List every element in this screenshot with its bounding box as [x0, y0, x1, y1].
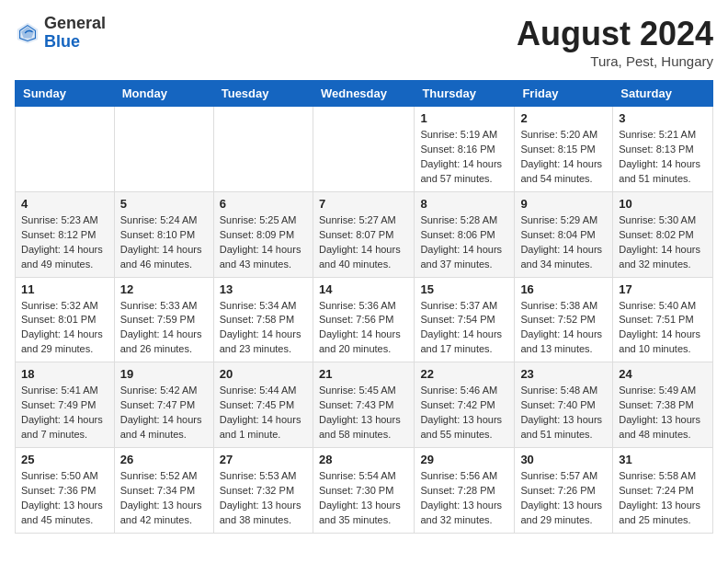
page-header: General Blue August 2024 Tura, Pest, Hun… [15, 15, 713, 69]
day-info: Sunrise: 5:19 AM Sunset: 8:16 PM Dayligh… [420, 128, 508, 187]
day-info: Sunrise: 5:56 AM Sunset: 7:28 PM Dayligh… [420, 469, 508, 528]
calendar-week-row: 11Sunrise: 5:32 AM Sunset: 8:01 PM Dayli… [16, 277, 713, 362]
calendar-week-row: 25Sunrise: 5:50 AM Sunset: 7:36 PM Dayli… [16, 448, 713, 534]
day-header-tuesday: Tuesday [213, 81, 313, 107]
day-number: 26 [120, 453, 208, 466]
day-number: 2 [520, 111, 607, 125]
day-header-friday: Friday [515, 81, 613, 107]
logo-icon [15, 20, 40, 46]
calendar-cell: 26Sunrise: 5:52 AM Sunset: 7:34 PM Dayli… [114, 448, 213, 534]
day-number: 15 [420, 282, 508, 296]
day-number: 29 [420, 453, 508, 466]
day-number: 5 [120, 197, 208, 211]
calendar-header-row: SundayMondayTuesdayWednesdayThursdayFrid… [16, 81, 713, 107]
day-number: 12 [120, 282, 208, 296]
calendar-week-row: 4Sunrise: 5:23 AM Sunset: 8:12 PM Daylig… [16, 191, 713, 277]
calendar-cell [313, 107, 414, 192]
calendar-cell [213, 107, 313, 192]
day-info: Sunrise: 5:34 AM Sunset: 7:58 PM Dayligh… [220, 299, 307, 358]
day-info: Sunrise: 5:33 AM Sunset: 7:59 PM Dayligh… [120, 299, 208, 358]
day-number: 22 [420, 367, 508, 381]
day-number: 28 [319, 453, 408, 466]
calendar-cell [16, 107, 115, 192]
logo-blue: Blue [44, 33, 106, 52]
day-info: Sunrise: 5:29 AM Sunset: 8:04 PM Dayligh… [520, 213, 607, 272]
calendar-cell: 11Sunrise: 5:32 AM Sunset: 8:01 PM Dayli… [16, 277, 115, 362]
calendar-cell: 9Sunrise: 5:29 AM Sunset: 8:04 PM Daylig… [515, 191, 613, 277]
calendar-cell [114, 107, 213, 192]
day-info: Sunrise: 5:20 AM Sunset: 8:15 PM Dayligh… [520, 128, 607, 187]
day-number: 18 [21, 367, 108, 381]
day-info: Sunrise: 5:52 AM Sunset: 7:34 PM Dayligh… [120, 469, 208, 528]
day-info: Sunrise: 5:25 AM Sunset: 8:09 PM Dayligh… [220, 213, 307, 272]
day-number: 19 [120, 367, 208, 381]
day-number: 11 [21, 282, 108, 296]
calendar-cell: 16Sunrise: 5:38 AM Sunset: 7:52 PM Dayli… [515, 277, 613, 362]
day-info: Sunrise: 5:46 AM Sunset: 7:42 PM Dayligh… [420, 384, 508, 442]
day-number: 3 [619, 111, 707, 125]
calendar-cell: 30Sunrise: 5:57 AM Sunset: 7:26 PM Dayli… [515, 448, 613, 534]
logo-general: General [44, 15, 106, 33]
calendar-cell: 4Sunrise: 5:23 AM Sunset: 8:12 PM Daylig… [16, 191, 115, 277]
day-info: Sunrise: 5:44 AM Sunset: 7:45 PM Dayligh… [220, 384, 307, 442]
calendar-cell: 23Sunrise: 5:48 AM Sunset: 7:40 PM Dayli… [515, 362, 613, 448]
calendar-cell: 22Sunrise: 5:46 AM Sunset: 7:42 PM Dayli… [415, 362, 515, 448]
calendar-cell: 28Sunrise: 5:54 AM Sunset: 7:30 PM Dayli… [313, 448, 414, 534]
day-number: 30 [520, 453, 607, 466]
month-year: August 2024 [517, 15, 713, 53]
calendar-cell: 10Sunrise: 5:30 AM Sunset: 8:02 PM Dayli… [613, 191, 713, 277]
day-info: Sunrise: 5:57 AM Sunset: 7:26 PM Dayligh… [520, 469, 607, 528]
day-info: Sunrise: 5:54 AM Sunset: 7:30 PM Dayligh… [319, 469, 408, 528]
calendar-cell: 13Sunrise: 5:34 AM Sunset: 7:58 PM Dayli… [213, 277, 313, 362]
calendar-cell: 12Sunrise: 5:33 AM Sunset: 7:59 PM Dayli… [114, 277, 213, 362]
calendar-cell: 29Sunrise: 5:56 AM Sunset: 7:28 PM Dayli… [415, 448, 515, 534]
day-number: 10 [619, 197, 707, 211]
calendar-cell: 6Sunrise: 5:25 AM Sunset: 8:09 PM Daylig… [213, 191, 313, 277]
day-info: Sunrise: 5:24 AM Sunset: 8:10 PM Dayligh… [120, 213, 208, 272]
day-info: Sunrise: 5:49 AM Sunset: 7:38 PM Dayligh… [619, 384, 707, 442]
location: Tura, Pest, Hungary [517, 53, 713, 69]
calendar-cell: 8Sunrise: 5:28 AM Sunset: 8:06 PM Daylig… [415, 191, 515, 277]
day-info: Sunrise: 5:36 AM Sunset: 7:56 PM Dayligh… [319, 299, 408, 358]
logo-text: General Blue [44, 15, 106, 52]
day-header-monday: Monday [114, 81, 213, 107]
calendar-cell: 31Sunrise: 5:58 AM Sunset: 7:24 PM Dayli… [613, 448, 713, 534]
day-number: 6 [220, 197, 307, 211]
logo: General Blue [15, 15, 106, 52]
day-number: 9 [520, 197, 607, 211]
day-info: Sunrise: 5:38 AM Sunset: 7:52 PM Dayligh… [520, 299, 607, 358]
day-number: 1 [420, 111, 508, 125]
calendar-cell: 18Sunrise: 5:41 AM Sunset: 7:49 PM Dayli… [16, 362, 115, 448]
day-info: Sunrise: 5:23 AM Sunset: 8:12 PM Dayligh… [21, 213, 108, 272]
calendar-cell: 21Sunrise: 5:45 AM Sunset: 7:43 PM Dayli… [313, 362, 414, 448]
day-header-thursday: Thursday [415, 81, 515, 107]
calendar-cell: 15Sunrise: 5:37 AM Sunset: 7:54 PM Dayli… [415, 277, 515, 362]
day-number: 21 [319, 367, 408, 381]
day-number: 7 [319, 197, 408, 211]
day-number: 13 [220, 282, 307, 296]
day-info: Sunrise: 5:30 AM Sunset: 8:02 PM Dayligh… [619, 213, 707, 272]
day-info: Sunrise: 5:45 AM Sunset: 7:43 PM Dayligh… [319, 384, 408, 442]
calendar-cell: 27Sunrise: 5:53 AM Sunset: 7:32 PM Dayli… [213, 448, 313, 534]
calendar-cell: 3Sunrise: 5:21 AM Sunset: 8:13 PM Daylig… [613, 107, 713, 192]
calendar-cell: 2Sunrise: 5:20 AM Sunset: 8:15 PM Daylig… [515, 107, 613, 192]
day-header-saturday: Saturday [613, 81, 713, 107]
day-number: 14 [319, 282, 408, 296]
day-info: Sunrise: 5:42 AM Sunset: 7:47 PM Dayligh… [120, 384, 208, 442]
calendar-cell: 14Sunrise: 5:36 AM Sunset: 7:56 PM Dayli… [313, 277, 414, 362]
day-number: 27 [220, 453, 307, 466]
calendar-cell: 19Sunrise: 5:42 AM Sunset: 7:47 PM Dayli… [114, 362, 213, 448]
day-number: 4 [21, 197, 108, 211]
day-number: 25 [21, 453, 108, 466]
day-number: 8 [420, 197, 508, 211]
day-header-wednesday: Wednesday [313, 81, 414, 107]
calendar-cell: 1Sunrise: 5:19 AM Sunset: 8:16 PM Daylig… [415, 107, 515, 192]
day-info: Sunrise: 5:32 AM Sunset: 8:01 PM Dayligh… [21, 299, 108, 358]
day-info: Sunrise: 5:58 AM Sunset: 7:24 PM Dayligh… [619, 469, 707, 528]
day-number: 24 [619, 367, 707, 381]
day-info: Sunrise: 5:53 AM Sunset: 7:32 PM Dayligh… [220, 469, 307, 528]
day-info: Sunrise: 5:50 AM Sunset: 7:36 PM Dayligh… [21, 469, 108, 528]
day-number: 31 [619, 453, 707, 466]
day-info: Sunrise: 5:37 AM Sunset: 7:54 PM Dayligh… [420, 299, 508, 358]
calendar-week-row: 18Sunrise: 5:41 AM Sunset: 7:49 PM Dayli… [16, 362, 713, 448]
